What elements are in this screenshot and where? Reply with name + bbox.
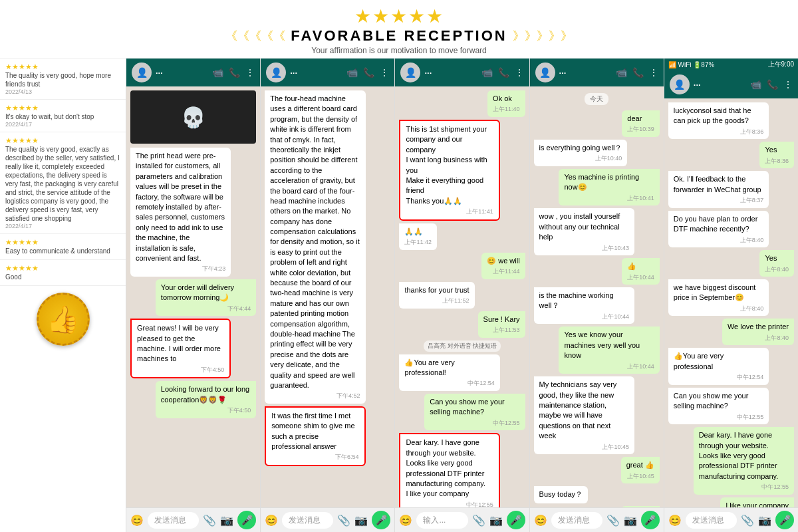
message-input-3[interactable]: 输入... (416, 512, 467, 529)
emoji-icon-3[interactable]: 😊 (399, 514, 412, 527)
message-bubble: we have biggest discount price in Septem… (668, 279, 769, 316)
avatar-3: 👤 (400, 63, 420, 82)
system-message: 吕高亮 对外语音 快捷短语 (424, 340, 501, 352)
date-label: 今天 (585, 93, 608, 105)
message-bubble: 👍上午10:44 (622, 258, 660, 285)
avatar-1: 👤 (132, 63, 152, 82)
menu-icon-3[interactable]: ⋮ (515, 67, 524, 78)
chat-image-1: 💀 (130, 90, 256, 144)
chat-footer-4: 😊 发送消息 📎 📷 🎤 (530, 507, 664, 532)
header-subtitle: Your affirmation is our motivation to mo… (0, 46, 798, 55)
message-bubble: not busy (621, 506, 660, 507)
attach-icon-2[interactable]: 📎 (337, 514, 350, 527)
video-icon-5[interactable]: 📹 (750, 79, 761, 90)
emoji-icon-5[interactable]: 😊 (668, 514, 682, 527)
chat-panel-4: 👤 ··· 📹 📞 ⋮ 今天dear上午10:39is everything g… (530, 59, 664, 532)
review-text: The quality is very good, hope more frie… (5, 71, 120, 88)
review-text: The quality is very good, exactly as des… (5, 145, 120, 223)
camera-icon-3[interactable]: 📷 (489, 514, 503, 527)
message-bubble: Busy today？ (534, 486, 588, 503)
attach-icon-3[interactable]: 📎 (472, 514, 485, 527)
chat-icons-5: 📹 📞 ⋮ (750, 79, 793, 90)
message-input-1[interactable]: 发送消息 (148, 512, 199, 529)
review-item: ★★★★★ It's okay to wait, but don't stop … (0, 100, 126, 132)
header: ★★★★★ 《《《《《 FAVORABLE RECEPTION 》》》》》 Yo… (0, 0, 798, 59)
call-icon-5[interactable]: 📞 (767, 79, 778, 90)
camera-icon-2[interactable]: 📷 (354, 514, 368, 527)
message-bubble: Dear kary. I have gone through your webs… (399, 433, 499, 507)
message-bubble: Yes上午8:40 (759, 250, 794, 277)
menu-icon-2[interactable]: ⋮ (380, 67, 389, 78)
message-bubble: 👍You are very professional!中午12:54 (399, 354, 499, 391)
chat-header-3: 👤 ··· 📹 📞 ⋮ (395, 59, 529, 86)
message-bubble: It was the first time I met someone shim… (265, 406, 365, 466)
send-button-5[interactable]: 🎤 (775, 511, 794, 529)
send-button-2[interactable]: 🎤 (372, 511, 390, 529)
message-bubble: The print head were pre-installed for cu… (130, 148, 231, 277)
chat-body-3: Ok ok上午11:40This is 1st shipment your co… (395, 86, 529, 507)
call-icon-1[interactable]: 📞 (229, 67, 240, 78)
message-bubble: wow , you install yourself without any o… (534, 208, 634, 255)
chat-panel-1: 👤 ··· 📹 📞 ⋮ 💀 The print head were pre-in… (126, 59, 261, 532)
attach-icon-4[interactable]: 📎 (606, 514, 620, 527)
message-bubble: Sure ! Kary上午11:53 (478, 311, 525, 338)
message-bubble: We love the printer上午8:40 (722, 319, 794, 345)
review-stars: ★★★★★ (5, 104, 120, 112)
message-bubble: Do you have plan to order DTF machine re… (668, 211, 769, 247)
message-bubble: My technicians say very good, they like … (534, 376, 634, 454)
attach-icon-5[interactable]: 📎 (741, 514, 754, 527)
emoji-icon-1[interactable]: 😊 (130, 514, 144, 527)
avatar-5: 👤 (670, 74, 690, 94)
chat-icons-4: 📹 📞 ⋮ (616, 67, 658, 78)
avatar-4: 👤 (535, 63, 555, 82)
message-bubble: Great news! I will be very pleased to ge… (130, 319, 231, 378)
avatar-2: 👤 (266, 63, 286, 82)
video-icon-1[interactable]: 📹 (212, 67, 223, 78)
camera-icon-4[interactable]: 📷 (624, 514, 637, 527)
message-bubble: Can you show me your selling machine?中午1… (424, 394, 525, 430)
video-icon-2[interactable]: 📹 (346, 67, 358, 78)
send-button-1[interactable]: 🎤 (237, 511, 256, 529)
menu-icon-1[interactable]: ⋮ (245, 67, 255, 78)
message-bubble: 👍You are very professional中午12:54 (668, 348, 769, 384)
chat-footer-2: 😊 发送消息 📎 📷 🎤 (261, 507, 394, 532)
message-bubble: Your order will delivery tomorrow mornin… (156, 279, 256, 316)
video-icon-4[interactable]: 📹 (616, 67, 627, 78)
video-icon-3[interactable]: 📹 (481, 67, 493, 78)
message-bubble: Yes machine is printing now😊上午10:41 (559, 169, 659, 205)
message-bubble: 🙏🙏上午11:42 (399, 223, 437, 250)
emoji-icon-2[interactable]: 😊 (265, 514, 278, 527)
message-input-5[interactable]: 发送消息 (686, 512, 737, 529)
chat-name-1: ··· (156, 68, 208, 78)
camera-icon-1[interactable]: 📷 (220, 514, 233, 527)
emoji-icon-4[interactable]: 😊 (534, 514, 547, 527)
send-button-4[interactable]: 🎤 (641, 511, 660, 529)
menu-icon-4[interactable]: ⋮ (649, 67, 658, 78)
send-button-3[interactable]: 🎤 (507, 511, 525, 529)
menu-icon-5[interactable]: ⋮ (783, 79, 793, 90)
message-input-4[interactable]: 发送消息 (551, 512, 602, 529)
right-chevrons: 》》》》》 (513, 28, 573, 44)
review-text: It's okay to wait, but don't stop (5, 112, 120, 121)
chat-header-5: 👤 ··· 📹 📞 ⋮ (664, 70, 798, 98)
message-bubble: This is 1st shipment your company and ou… (399, 120, 499, 221)
chat-footer-1: 😊 发送消息 📎 📷 🎤 (126, 507, 260, 532)
message-bubble: Looking forward to our long cooperation🦁… (156, 381, 256, 418)
message-input-2[interactable]: 发送消息 (282, 512, 333, 529)
attach-icon-1[interactable]: 📎 (203, 514, 216, 527)
message-bubble: Can you show me your selling machine?中午1… (668, 388, 769, 424)
message-bubble: Yes上午8:36 (759, 142, 794, 168)
call-icon-2[interactable]: 📞 (363, 67, 374, 78)
chat-header-4: 👤 ··· 📹 📞 ⋮ (530, 59, 664, 86)
review-text: Easy to communicate & understand (5, 247, 120, 255)
chat-icons-2: 📹 📞 ⋮ (346, 67, 389, 78)
message-bubble: is everything going well？上午10:40 (534, 140, 628, 166)
chat-panel-3: 👤 ··· 📹 📞 ⋮ Ok ok上午11:40This is 1st ship… (395, 59, 529, 532)
call-icon-4[interactable]: 📞 (632, 67, 644, 78)
review-stars: ★★★★★ (5, 238, 120, 247)
chat-name-2: ··· (290, 68, 342, 78)
call-icon-3[interactable]: 📞 (498, 67, 509, 78)
stars: ★★★★★ (0, 5, 798, 27)
chat-header-2: 👤 ··· 📹 📞 ⋮ (261, 59, 394, 86)
camera-icon-5[interactable]: 📷 (758, 514, 771, 527)
